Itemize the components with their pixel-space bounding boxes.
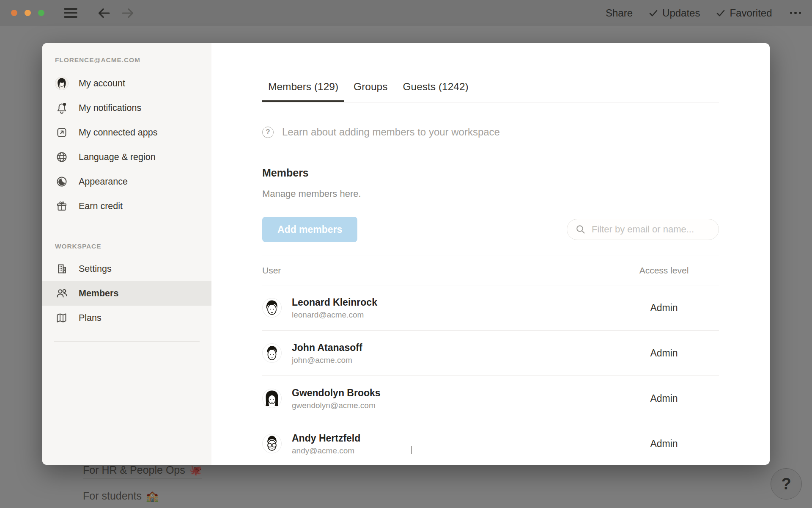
filter-input-wrapper [567,219,719,240]
building-icon [55,262,69,276]
close-window-button[interactable] [11,10,17,16]
filter-members-input[interactable] [591,224,710,235]
sidebar-item-my-account[interactable]: My account [42,71,211,96]
tab-label: Guests (1242) [403,81,468,93]
minimize-window-button[interactable] [25,10,31,16]
sidebar-item-settings[interactable]: Settings [42,257,211,281]
learn-link-label: Learn about adding members to your works… [282,126,500,138]
globe-icon [55,150,69,164]
member-row: Leonard Kleinrock leonard@acme.com Admin [262,285,719,331]
account-section-label: FLORENCE@ACME.COM [42,55,211,65]
check-icon [716,9,725,17]
template-link-label: For HR & People Ops [83,464,185,476]
sidebar-item-label: Language & region [79,152,156,163]
traffic-lights [11,10,44,16]
share-label: Share [606,7,633,19]
sidebar-item-members[interactable]: Members [42,281,211,306]
more-options-button[interactable] [790,12,801,14]
school-emoji: 🏫 [146,490,159,502]
workspace-section-label: WORKSPACE [42,241,211,251]
member-access-level[interactable]: Admin [609,393,719,404]
template-link-hr-people-ops[interactable]: For HR & People Ops 🐙 [83,464,202,478]
member-row: John Atanasoff john@acme.com Admin [262,331,719,376]
members-tabs: Members (129) Groups Guests (1242) [262,72,719,102]
sidebar-item-earn-credit[interactable]: Earn credit [42,194,211,218]
member-email: gwendolyn@acme.com [292,401,381,410]
tab-members[interactable]: Members (129) [262,72,344,102]
arrow-left-icon [97,7,111,19]
tab-label: Members (129) [268,81,338,93]
add-members-button[interactable]: Add members [262,217,357,242]
question-mark-icon: ? [781,475,791,493]
sidebar-item-label: Earn credit [79,201,123,212]
people-icon [55,287,69,300]
user-avatar-icon [55,77,69,90]
sidebar-item-language-region[interactable]: Language & region [42,145,211,169]
members-table: User Access level Leonard Klei [262,256,719,465]
tab-guests[interactable]: Guests (1242) [397,72,474,102]
text-cursor-artifact [411,446,412,454]
member-email: andy@acme.com [292,446,360,456]
member-name: John Atanasoff [292,342,362,353]
settings-modal: FLORENCE@ACME.COM My account My notifica… [42,43,770,465]
sidebar-item-label: My notifications [79,103,141,113]
window-toolbar: Share Updates Favorited [0,0,812,26]
sidebar-item-label: Appearance [79,177,128,187]
column-header-user: User [262,265,609,276]
sidebar-item-label: My connected apps [79,127,157,138]
sidebar-item-label: Settings [79,264,112,274]
sidebar-item-appearance[interactable]: Appearance [42,169,211,194]
settings-sidebar: FLORENCE@ACME.COM My account My notifica… [42,43,211,465]
member-avatar [262,298,282,318]
member-email: leonard@acme.com [292,310,377,320]
member-row: Andy Hertzfeld andy@acme.com Admin [262,421,719,465]
search-icon [576,224,586,235]
member-access-level[interactable]: Admin [609,302,719,314]
member-avatar [262,389,282,408]
gift-icon [55,199,69,213]
arrow-right-icon [121,7,135,19]
member-access-level[interactable]: Admin [609,438,719,450]
template-link-students[interactable]: For students 🏫 [83,490,159,504]
check-icon [649,9,658,17]
favorited-button[interactable]: Favorited [716,7,772,19]
column-header-access-level: Access level [609,265,719,276]
member-name: Andy Hertzfeld [292,432,360,444]
share-button[interactable]: Share [606,7,633,19]
circled-question-icon: ? [262,127,274,138]
help-button[interactable]: ? [771,468,802,500]
member-avatar [262,434,282,453]
sidebar-item-label: Plans [79,313,102,323]
members-section-title: Members [262,166,719,179]
member-avatar [262,343,282,363]
sidebar-menu-button[interactable] [64,8,77,17]
sidebar-divider [54,341,200,342]
zoom-window-button[interactable] [38,10,44,16]
sidebar-item-my-notifications[interactable]: My notifications [42,96,211,120]
forward-button[interactable] [121,7,135,19]
updates-label: Updates [662,7,700,19]
back-button[interactable] [97,7,111,19]
members-section-subtitle: Manage members here. [262,188,719,200]
template-link-label: For students [83,490,142,502]
octopus-emoji: 🐙 [189,464,202,476]
sidebar-item-label: Members [79,288,118,299]
box-arrow-icon [55,126,69,139]
members-panel: Members (129) Groups Guests (1242) ? Lea… [211,43,770,465]
sidebar-item-my-connected-apps[interactable]: My connected apps [42,120,211,145]
bell-icon [55,101,69,115]
learn-about-members-link[interactable]: ? Learn about adding members to your wor… [262,126,719,138]
tab-label: Groups [354,81,387,93]
members-actions-row: Add members [262,217,719,242]
favorited-label: Favorited [730,7,772,19]
map-icon [55,311,69,325]
member-name: Gwendolyn Brooks [292,387,381,399]
tab-groups[interactable]: Groups [348,72,393,102]
member-row: Gwendolyn Brooks gwendolyn@acme.com Admi… [262,376,719,421]
updates-button[interactable]: Updates [649,7,700,19]
app-window: { "toolbar": { "share_label": "Share", "… [0,0,812,508]
sidebar-item-plans[interactable]: Plans [42,306,211,330]
sidebar-item-label: My account [79,78,125,89]
moon-icon [55,175,69,188]
member-access-level[interactable]: Admin [609,348,719,359]
